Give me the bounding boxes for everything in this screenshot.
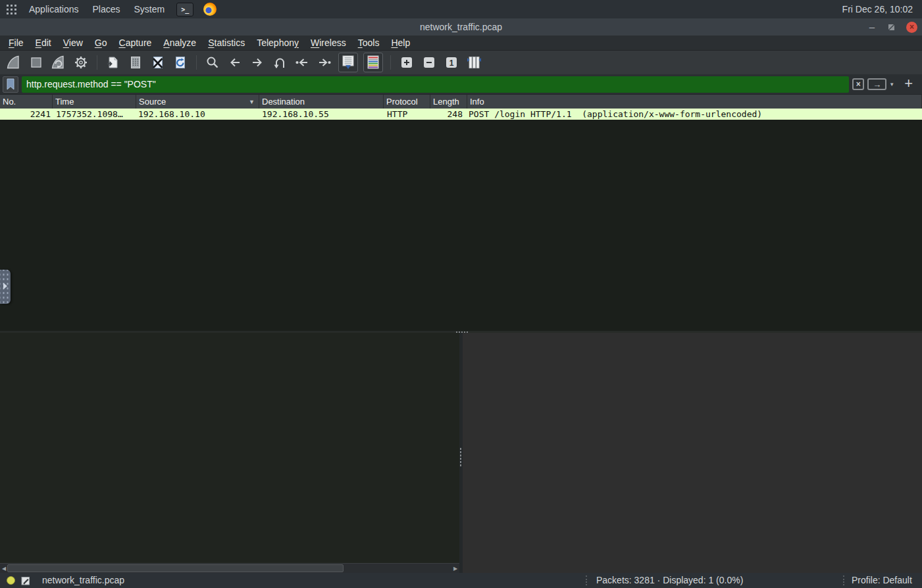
window-title-bar: network_traffic.pcap – × (0, 18, 922, 36)
system-menu[interactable]: System (132, 4, 167, 14)
close-file-icon (151, 55, 165, 70)
go-forward-button[interactable] (249, 54, 266, 71)
expert-info-icon[interactable] (7, 576, 15, 585)
applications-menu[interactable]: Applications (27, 4, 81, 14)
capture-comment-icon[interactable] (21, 576, 30, 585)
resize-columns-icon (467, 55, 481, 70)
menu-capture[interactable]: Capture (113, 36, 158, 49)
save-file-button[interactable] (127, 54, 144, 71)
terminal-launcher-icon[interactable]: >_ (176, 3, 193, 16)
reload-file-button[interactable] (172, 54, 189, 71)
colorize-toggle[interactable] (363, 53, 383, 72)
toolbar-separator (390, 55, 391, 70)
firefox-launcher-icon[interactable] (203, 3, 217, 16)
filter-clear-button[interactable]: × (852, 78, 864, 90)
menu-wireless[interactable]: Wireless (305, 36, 352, 49)
statusbar-separator (586, 576, 587, 585)
filter-bookmark-button[interactable] (3, 76, 18, 93)
menu-tools[interactable]: Tools (352, 36, 386, 49)
stop-capture-button[interactable] (28, 54, 45, 71)
scroll-right-button[interactable]: ▶ (451, 564, 459, 573)
packet-list-area (0, 120, 922, 333)
close-file-button[interactable] (149, 54, 166, 71)
profile-selector[interactable]: Profile: Default (852, 575, 912, 585)
filter-dropdown-chevron[interactable]: ▼ (889, 82, 894, 87)
packet-bytes-pane (463, 333, 922, 573)
column-header-length[interactable]: Length (430, 95, 467, 109)
menu-statistics[interactable]: Statistics (202, 36, 251, 49)
zoom-out-button[interactable] (421, 54, 438, 71)
search-icon (205, 55, 220, 70)
save-file-icon (128, 55, 143, 70)
zoom-in-button[interactable] (398, 54, 415, 71)
column-header-time[interactable]: Time (53, 95, 136, 109)
statusbar-separator (843, 576, 844, 585)
start-capture-button[interactable] (5, 54, 22, 71)
column-header-protocol[interactable]: Protocol (384, 95, 430, 109)
packet-row[interactable]: 2241 1757352.1098… 192.168.10.10 192.168… (0, 109, 922, 120)
column-header-source[interactable]: Source▼ (136, 95, 259, 109)
go-to-packet-button[interactable] (271, 54, 288, 71)
open-file-button[interactable] (105, 54, 122, 71)
minimap-handle[interactable] (0, 270, 11, 304)
go-last-packet-button[interactable] (316, 54, 333, 71)
menu-telephony[interactable]: Telephony (251, 36, 305, 49)
desktop-top-bar: Applications Places System >_ Fri Dec 26… (0, 0, 922, 18)
menu-view[interactable]: View (57, 36, 89, 49)
menu-edit[interactable]: Edit (30, 36, 57, 49)
main-toolbar: 1 (0, 51, 922, 74)
menu-bar: FileEditViewGoCaptureAnalyzeStatisticsTe… (0, 36, 922, 51)
menu-go[interactable]: Go (89, 36, 113, 49)
restart-fin-icon (51, 55, 66, 70)
details-horizontal-scrollbar[interactable]: ◀ ▶ (0, 563, 459, 573)
filter-apply-button[interactable]: → (867, 78, 886, 90)
apps-grid-icon[interactable] (7, 5, 17, 14)
auto-scroll-icon (340, 55, 356, 70)
restart-capture-button[interactable] (50, 54, 67, 71)
auto-scroll-toggle[interactable] (338, 53, 358, 72)
last-packet-icon (317, 55, 332, 70)
sort-indicator-icon: ▼ (249, 99, 255, 105)
go-first-packet-button[interactable] (294, 54, 311, 71)
column-header-no[interactable]: No. (0, 95, 53, 109)
menu-help[interactable]: Help (385, 36, 416, 49)
statusbar-filename: network_traffic.pcap (42, 575, 124, 585)
display-filter-bar: http.request.method == "POST" × → ▼ + (0, 74, 922, 95)
reload-file-icon (173, 55, 188, 70)
desktop: Applications Places System >_ Fri Dec 26… (0, 0, 922, 588)
display-filter-input[interactable]: http.request.method == "POST" (22, 76, 849, 93)
colorize-icon (365, 55, 381, 70)
window-controls: – × (867, 18, 917, 36)
go-back-button[interactable] (226, 54, 243, 71)
places-menu[interactable]: Places (91, 4, 122, 14)
minimize-button[interactable]: – (867, 24, 877, 30)
bookmark-icon (6, 78, 15, 90)
capture-options-button[interactable] (72, 54, 90, 71)
find-packet-button[interactable] (204, 54, 221, 71)
window-title: network_traffic.pcap (420, 22, 502, 32)
filter-add-button[interactable]: + (904, 75, 913, 92)
column-header-info[interactable]: Info (467, 95, 922, 109)
packet-list-header: No. Time Source▼ Destination Protocol Le… (0, 95, 922, 109)
expand-arrow-icon (3, 283, 7, 289)
normal-size-button[interactable]: 1 (443, 54, 460, 71)
restore-button[interactable] (888, 24, 895, 31)
packet-destination: 192.168.10.55 (259, 109, 384, 120)
shark-fin-icon (7, 55, 21, 70)
packet-no: 2241 (0, 109, 53, 120)
clock[interactable]: Fri Dec 26, 10:02 (842, 4, 915, 14)
resize-columns-button[interactable] (465, 54, 482, 71)
menu-analyze[interactable]: Analyze (157, 36, 202, 49)
open-file-icon (106, 55, 120, 70)
column-header-destination[interactable]: Destination (259, 95, 384, 109)
toolbar-separator (97, 55, 97, 70)
svg-text:1: 1 (449, 59, 454, 68)
close-button[interactable]: × (906, 22, 917, 33)
scrollbar-thumb[interactable] (7, 564, 344, 572)
packet-time: 1757352.1098… (53, 109, 136, 120)
arrow-left-icon (228, 55, 242, 70)
menu-file[interactable]: File (3, 36, 30, 49)
gear-icon (74, 55, 88, 70)
zoom-in-icon (399, 55, 414, 70)
toolbar-separator (196, 55, 197, 70)
